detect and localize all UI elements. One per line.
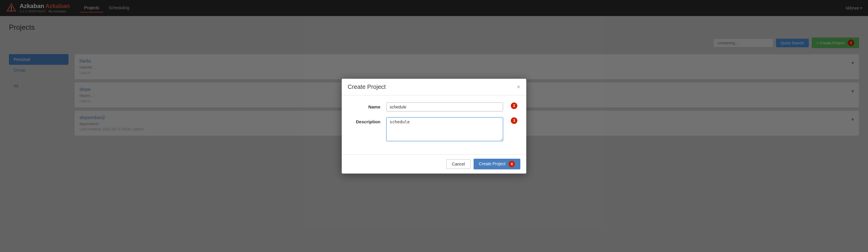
create-project-modal: Create Project × Name 2 Description sche… xyxy=(342,79,526,174)
name-step-badge: 2 xyxy=(511,103,517,109)
cancel-button[interactable]: Cancel xyxy=(446,159,471,169)
modal-title: Create Project xyxy=(348,83,386,91)
modal-body: Name 2 Description schedule 3 xyxy=(342,96,526,154)
modal-header: Create Project × xyxy=(342,79,526,96)
modal-close-button[interactable]: × xyxy=(517,84,520,90)
modal-footer: Cancel Create Project 4 xyxy=(342,154,526,174)
description-label: Description xyxy=(351,117,380,124)
create-step-badge: 4 xyxy=(508,161,515,167)
project-description-input[interactable]: schedule xyxy=(386,117,503,141)
description-field-group: Description schedule 3 xyxy=(351,117,517,141)
name-label: Name xyxy=(351,103,380,109)
create-project-modal-button[interactable]: Create Project 4 xyxy=(473,159,520,169)
main-area: Projects Quick Search + Create Project 1… xyxy=(0,16,868,252)
project-name-input[interactable] xyxy=(386,103,503,111)
name-field-group: Name 2 xyxy=(351,103,517,111)
modal-overlay[interactable]: Create Project × Name 2 Description sche… xyxy=(0,0,868,252)
description-step-badge: 3 xyxy=(511,117,517,124)
